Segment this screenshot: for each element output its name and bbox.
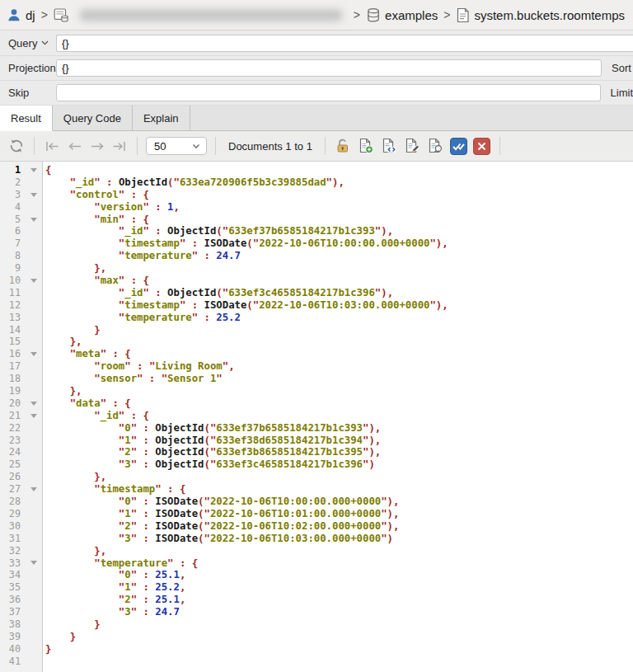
view-document-button[interactable] xyxy=(380,136,399,156)
code-line: 35 "1" : 25.2, xyxy=(0,581,633,594)
first-page-icon xyxy=(45,141,60,152)
query-input[interactable] xyxy=(56,35,633,52)
line-number: 40 xyxy=(0,643,25,656)
last-page-button[interactable] xyxy=(110,136,129,156)
fold-toggle-icon[interactable] xyxy=(30,402,37,406)
fold-column xyxy=(25,250,42,262)
next-page-button[interactable] xyxy=(87,136,106,156)
result-toolbar: 50 Documents 1 to 1 xyxy=(0,131,633,162)
code-text: "1" : ObjectId("633ef38d6585184217b1c394… xyxy=(42,435,381,447)
fold-column[interactable] xyxy=(25,410,42,422)
query-label[interactable]: Query xyxy=(8,37,56,49)
validate-documents-button[interactable] xyxy=(449,136,468,156)
code-line: 40} xyxy=(0,643,633,656)
code-line: 10 "max" : { xyxy=(0,275,633,287)
page-size-select[interactable]: 50 xyxy=(146,137,207,155)
fold-column[interactable] xyxy=(25,348,42,360)
tab-explain[interactable]: Explain xyxy=(133,106,190,130)
page-size-value: 50 xyxy=(154,140,166,153)
fold-column xyxy=(25,458,42,471)
fold-column[interactable] xyxy=(25,189,42,201)
code-text: "temperature" : 24.7 xyxy=(42,250,241,262)
line-number: 24 xyxy=(0,446,25,458)
code-text: "_id" : ObjectId("633ea720906f5b3c39885d… xyxy=(42,176,345,189)
code-line: 12 "timestamp" : ISODate("2022-10-06T10:… xyxy=(0,299,633,312)
code-text: "2" : ISODate("2022-10-06T10:02:00.000+0… xyxy=(42,520,399,533)
code-line: 33 "temperature" : { xyxy=(0,557,633,570)
fold-toggle-icon[interactable] xyxy=(30,193,37,197)
line-number: 33 xyxy=(0,557,25,570)
refresh-button[interactable] xyxy=(7,136,26,156)
code-text: "0" : 25.1, xyxy=(42,569,185,581)
fold-column[interactable] xyxy=(25,397,42,410)
line-number: 16 xyxy=(0,348,25,360)
code-text xyxy=(42,656,45,668)
line-number: 14 xyxy=(0,324,25,336)
line-number: 23 xyxy=(0,435,25,447)
server-icon xyxy=(54,7,69,23)
first-page-button[interactable] xyxy=(43,136,62,156)
fold-column[interactable] xyxy=(25,557,42,570)
code-text: "min" : { xyxy=(42,214,149,226)
code-line: 25 "3" : ObjectId("633ef3c46585184217b1c… xyxy=(0,458,633,471)
line-number: 2 xyxy=(0,176,25,189)
line-number: 5 xyxy=(0,214,25,226)
fold-column[interactable] xyxy=(25,214,42,226)
fold-column xyxy=(25,225,42,237)
code-text: "version" : 1, xyxy=(42,201,180,214)
fold-column xyxy=(25,287,42,299)
line-number: 27 xyxy=(0,483,25,496)
breadcrumb-separator: > xyxy=(443,8,451,21)
breadcrumb-database[interactable]: examples xyxy=(366,7,438,23)
fold-toggle-icon[interactable] xyxy=(30,414,37,418)
projection-input[interactable] xyxy=(56,59,602,77)
line-number: 32 xyxy=(0,545,25,557)
toolbar-separator xyxy=(499,137,500,155)
breadcrumb-collection[interactable]: system.buckets.roomtemps xyxy=(456,7,625,23)
toolbar-separator xyxy=(34,137,35,155)
fold-toggle-icon[interactable] xyxy=(30,218,37,222)
fold-column xyxy=(25,299,42,312)
tab-query-code[interactable]: Query Code xyxy=(53,106,133,130)
breadcrumb-server[interactable] xyxy=(54,7,69,23)
code-line: 4 "version" : 1, xyxy=(0,201,633,214)
fold-toggle-icon[interactable] xyxy=(30,487,37,491)
fold-column xyxy=(25,606,42,618)
validate-icon xyxy=(450,138,467,155)
skip-input[interactable] xyxy=(56,84,601,101)
prev-page-icon xyxy=(68,141,82,152)
json-editor[interactable]: 1{2 "_id" : ObjectId("633ea720906f5b3c39… xyxy=(0,162,633,672)
code-text: } xyxy=(42,618,101,631)
code-text: "2" : ObjectId("633ef3b86585184217b1c395… xyxy=(42,446,381,458)
code-line: 1{ xyxy=(0,164,633,176)
fold-column[interactable] xyxy=(25,483,42,496)
tab-result[interactable]: Result xyxy=(0,106,53,131)
fold-column xyxy=(25,508,42,520)
add-document-button[interactable] xyxy=(357,136,376,156)
delete-document-button[interactable] xyxy=(472,136,491,156)
code-text: "data" : { xyxy=(42,397,131,410)
prev-page-button[interactable] xyxy=(65,136,84,156)
lock-button[interactable] xyxy=(334,136,353,156)
inspect-document-button[interactable] xyxy=(426,136,445,156)
fold-toggle-icon[interactable] xyxy=(30,168,37,172)
code-text: }, xyxy=(42,336,82,348)
breadcrumb-user[interactable]: dj xyxy=(7,7,35,22)
chevron-down-icon xyxy=(192,143,200,149)
fold-toggle-icon[interactable] xyxy=(30,279,37,283)
code-line: 21 "_id" : { xyxy=(0,410,633,422)
fold-column xyxy=(25,435,42,447)
fold-column[interactable] xyxy=(25,164,42,176)
code-line: 31 "3" : ISODate("2022-10-06T10:03:00.00… xyxy=(0,533,633,545)
fold-toggle-icon[interactable] xyxy=(30,352,37,356)
fold-column xyxy=(25,581,42,594)
code-text: { xyxy=(42,164,51,176)
line-number: 41 xyxy=(0,656,25,668)
fold-column[interactable] xyxy=(25,275,42,287)
fold-toggle-icon[interactable] xyxy=(30,561,37,565)
fold-column xyxy=(25,422,42,435)
edit-document-button[interactable] xyxy=(403,136,422,156)
line-number: 15 xyxy=(0,336,25,348)
fold-column xyxy=(25,262,42,275)
code-text: }, xyxy=(42,471,106,483)
